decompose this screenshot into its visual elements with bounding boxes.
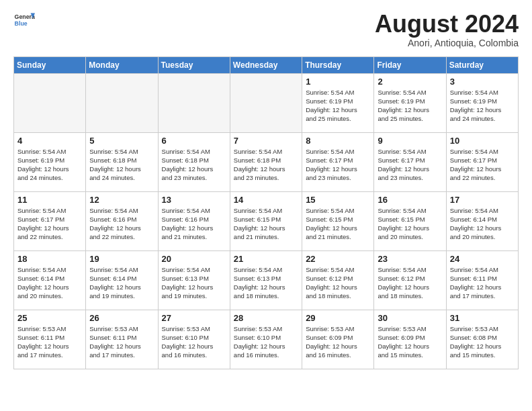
calendar-cell: 8Sunrise: 5:54 AM Sunset: 6:17 PM Daylig… <box>302 132 374 191</box>
col-header-friday: Friday <box>374 56 446 73</box>
calendar-cell: 12Sunrise: 5:54 AM Sunset: 6:16 PM Dayli… <box>86 191 158 250</box>
day-info: Sunrise: 5:54 AM Sunset: 6:13 PM Dayligh… <box>162 265 226 301</box>
day-info: Sunrise: 5:54 AM Sunset: 6:18 PM Dayligh… <box>234 147 298 183</box>
day-info: Sunrise: 5:54 AM Sunset: 6:17 PM Dayligh… <box>450 147 515 183</box>
calendar-header-row: SundayMondayTuesdayWednesdayThursdayFrid… <box>14 56 519 73</box>
day-info: Sunrise: 5:54 AM Sunset: 6:18 PM Dayligh… <box>89 147 154 183</box>
day-info: Sunrise: 5:54 AM Sunset: 6:19 PM Dayligh… <box>378 88 442 124</box>
calendar-cell: 22Sunrise: 5:54 AM Sunset: 6:12 PM Dayli… <box>302 250 374 310</box>
day-info: Sunrise: 5:54 AM Sunset: 6:14 PM Dayligh… <box>89 265 154 301</box>
calendar-cell: 21Sunrise: 5:54 AM Sunset: 6:13 PM Dayli… <box>230 250 302 310</box>
day-info: Sunrise: 5:53 AM Sunset: 6:11 PM Dayligh… <box>17 324 82 360</box>
day-info: Sunrise: 5:54 AM Sunset: 6:17 PM Dayligh… <box>378 147 442 183</box>
day-number: 12 <box>89 195 154 205</box>
day-info: Sunrise: 5:53 AM Sunset: 6:11 PM Dayligh… <box>89 324 154 360</box>
day-number: 8 <box>306 136 370 146</box>
calendar-cell: 19Sunrise: 5:54 AM Sunset: 6:14 PM Dayli… <box>86 250 158 310</box>
calendar-cell: 30Sunrise: 5:53 AM Sunset: 6:09 PM Dayli… <box>374 310 446 369</box>
day-info: Sunrise: 5:54 AM Sunset: 6:15 PM Dayligh… <box>234 206 298 242</box>
calendar-table: SundayMondayTuesdayWednesdayThursdayFrid… <box>13 56 519 369</box>
day-info: Sunrise: 5:54 AM Sunset: 6:17 PM Dayligh… <box>17 206 82 242</box>
calendar-cell: 7Sunrise: 5:54 AM Sunset: 6:18 PM Daylig… <box>230 132 302 191</box>
calendar-cell: 25Sunrise: 5:53 AM Sunset: 6:11 PM Dayli… <box>14 310 86 369</box>
calendar-cell <box>86 73 158 132</box>
calendar-cell: 20Sunrise: 5:54 AM Sunset: 6:13 PM Dayli… <box>158 250 230 310</box>
day-info: Sunrise: 5:54 AM Sunset: 6:12 PM Dayligh… <box>306 265 370 301</box>
title-area: August 2024 Anori, Antioquia, Colombia <box>375 11 519 48</box>
calendar-cell: 18Sunrise: 5:54 AM Sunset: 6:14 PM Dayli… <box>14 250 86 310</box>
day-number: 23 <box>378 254 442 264</box>
calendar-cell: 14Sunrise: 5:54 AM Sunset: 6:15 PM Dayli… <box>230 191 302 250</box>
calendar-cell: 16Sunrise: 5:54 AM Sunset: 6:15 PM Dayli… <box>374 191 446 250</box>
calendar-cell: 28Sunrise: 5:53 AM Sunset: 6:10 PM Dayli… <box>230 310 302 369</box>
day-number: 25 <box>17 313 82 323</box>
day-number: 30 <box>378 313 442 323</box>
day-number: 31 <box>450 313 515 323</box>
day-number: 17 <box>450 195 515 205</box>
logo: General Blue General Blue <box>13 11 35 30</box>
day-number: 19 <box>89 254 154 264</box>
col-header-thursday: Thursday <box>302 56 374 73</box>
logo-icon: General Blue <box>13 11 35 30</box>
day-number: 10 <box>450 136 515 146</box>
day-info: Sunrise: 5:54 AM Sunset: 6:14 PM Dayligh… <box>17 265 82 301</box>
day-info: Sunrise: 5:53 AM Sunset: 6:10 PM Dayligh… <box>162 324 226 360</box>
page-header: General Blue General Blue August 2024 An… <box>13 11 519 48</box>
day-number: 1 <box>306 77 370 87</box>
day-number: 26 <box>89 313 154 323</box>
calendar-cell: 3Sunrise: 5:54 AM Sunset: 6:19 PM Daylig… <box>446 73 518 132</box>
day-number: 24 <box>450 254 515 264</box>
calendar-cell: 9Sunrise: 5:54 AM Sunset: 6:17 PM Daylig… <box>374 132 446 191</box>
day-info: Sunrise: 5:53 AM Sunset: 6:08 PM Dayligh… <box>450 324 515 360</box>
month-year-title: August 2024 <box>375 11 519 38</box>
day-info: Sunrise: 5:54 AM Sunset: 6:18 PM Dayligh… <box>162 147 226 183</box>
col-header-monday: Monday <box>86 56 158 73</box>
calendar-cell: 11Sunrise: 5:54 AM Sunset: 6:17 PM Dayli… <box>14 191 86 250</box>
day-number: 3 <box>450 77 515 87</box>
day-info: Sunrise: 5:54 AM Sunset: 6:19 PM Dayligh… <box>17 147 82 183</box>
day-number: 29 <box>306 313 370 323</box>
calendar-cell: 6Sunrise: 5:54 AM Sunset: 6:18 PM Daylig… <box>158 132 230 191</box>
calendar-cell: 27Sunrise: 5:53 AM Sunset: 6:10 PM Dayli… <box>158 310 230 369</box>
calendar-cell: 1Sunrise: 5:54 AM Sunset: 6:19 PM Daylig… <box>302 73 374 132</box>
day-number: 5 <box>89 136 154 146</box>
calendar-cell: 31Sunrise: 5:53 AM Sunset: 6:08 PM Dayli… <box>446 310 518 369</box>
day-number: 11 <box>17 195 82 205</box>
calendar-cell: 10Sunrise: 5:54 AM Sunset: 6:17 PM Dayli… <box>446 132 518 191</box>
calendar-cell: 2Sunrise: 5:54 AM Sunset: 6:19 PM Daylig… <box>374 73 446 132</box>
svg-text:Blue: Blue <box>15 20 28 27</box>
day-info: Sunrise: 5:54 AM Sunset: 6:19 PM Dayligh… <box>306 88 370 124</box>
day-info: Sunrise: 5:54 AM Sunset: 6:19 PM Dayligh… <box>450 88 515 124</box>
calendar-cell: 24Sunrise: 5:54 AM Sunset: 6:11 PM Dayli… <box>446 250 518 310</box>
calendar-week-1: 1Sunrise: 5:54 AM Sunset: 6:19 PM Daylig… <box>14 73 519 132</box>
calendar-cell: 29Sunrise: 5:53 AM Sunset: 6:09 PM Dayli… <box>302 310 374 369</box>
calendar-cell: 13Sunrise: 5:54 AM Sunset: 6:16 PM Dayli… <box>158 191 230 250</box>
calendar-cell: 26Sunrise: 5:53 AM Sunset: 6:11 PM Dayli… <box>86 310 158 369</box>
day-number: 9 <box>378 136 442 146</box>
day-number: 27 <box>162 313 226 323</box>
col-header-tuesday: Tuesday <box>158 56 230 73</box>
day-number: 13 <box>162 195 226 205</box>
day-info: Sunrise: 5:54 AM Sunset: 6:16 PM Dayligh… <box>162 206 226 242</box>
calendar-week-4: 18Sunrise: 5:54 AM Sunset: 6:14 PM Dayli… <box>14 250 519 310</box>
calendar-cell: 5Sunrise: 5:54 AM Sunset: 6:18 PM Daylig… <box>86 132 158 191</box>
day-number: 14 <box>234 195 298 205</box>
day-number: 20 <box>162 254 226 264</box>
day-info: Sunrise: 5:53 AM Sunset: 6:09 PM Dayligh… <box>306 324 370 360</box>
day-info: Sunrise: 5:54 AM Sunset: 6:16 PM Dayligh… <box>89 206 154 242</box>
col-header-sunday: Sunday <box>14 56 86 73</box>
day-info: Sunrise: 5:54 AM Sunset: 6:13 PM Dayligh… <box>234 265 298 301</box>
day-info: Sunrise: 5:54 AM Sunset: 6:15 PM Dayligh… <box>306 206 370 242</box>
col-header-saturday: Saturday <box>446 56 518 73</box>
calendar-cell: 15Sunrise: 5:54 AM Sunset: 6:15 PM Dayli… <box>302 191 374 250</box>
calendar-cell: 17Sunrise: 5:54 AM Sunset: 6:14 PM Dayli… <box>446 191 518 250</box>
calendar-cell <box>230 73 302 132</box>
day-info: Sunrise: 5:54 AM Sunset: 6:14 PM Dayligh… <box>450 206 515 242</box>
calendar-week-2: 4Sunrise: 5:54 AM Sunset: 6:19 PM Daylig… <box>14 132 519 191</box>
day-info: Sunrise: 5:53 AM Sunset: 6:10 PM Dayligh… <box>234 324 298 360</box>
calendar-cell <box>158 73 230 132</box>
calendar-week-5: 25Sunrise: 5:53 AM Sunset: 6:11 PM Dayli… <box>14 310 519 369</box>
day-number: 16 <box>378 195 442 205</box>
calendar-week-3: 11Sunrise: 5:54 AM Sunset: 6:17 PM Dayli… <box>14 191 519 250</box>
day-number: 6 <box>162 136 226 146</box>
